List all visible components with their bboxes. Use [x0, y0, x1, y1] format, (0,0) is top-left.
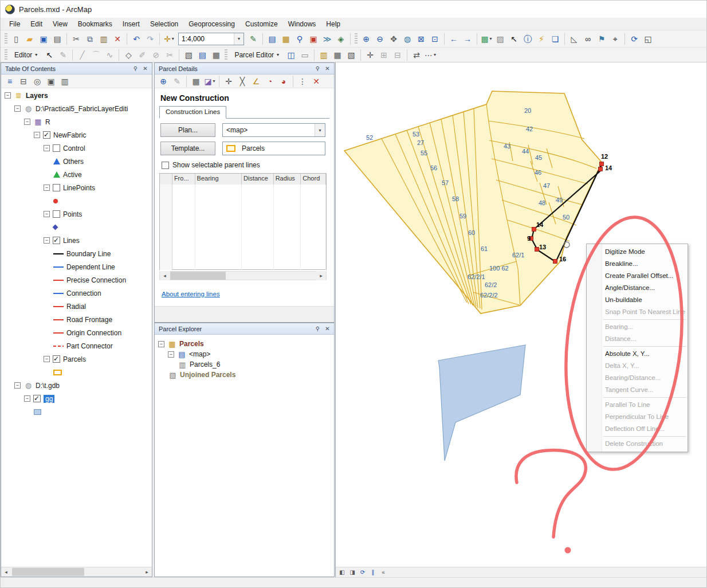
- layer-label[interactable]: Dependent Line: [66, 263, 115, 271]
- endpoint-arc-icon[interactable]: ⌒: [89, 49, 102, 61]
- layer-symbol-swatch[interactable]: [34, 409, 41, 415]
- visibility-checkbox[interactable]: [53, 355, 60, 363]
- zoom-in-icon[interactable]: ⊕: [360, 33, 372, 45]
- join-parcel-icon[interactable]: ⊞: [378, 49, 390, 61]
- context-item-create-parallel-offset[interactable]: Create Parallel Offset...: [587, 270, 688, 282]
- menu-edit[interactable]: Edit: [25, 19, 48, 29]
- hyperlink-icon[interactable]: ⚡: [535, 33, 548, 45]
- chevron-down-icon[interactable]: ▾: [234, 33, 243, 45]
- layer-symbol-swatch[interactable]: [53, 319, 64, 320]
- map-area[interactable]: 2042525327435544455646574748495850596061…: [335, 62, 707, 577]
- layer-item-d-practical5-fabriclayerediti[interactable]: −◍D:\Practical5_FabricLayerEditi: [1, 102, 152, 115]
- layer-item-precise-connection[interactable]: Precise Connection: [1, 273, 152, 287]
- pan-icon[interactable]: ✥: [387, 33, 400, 45]
- context-item-breakline[interactable]: Breakline...: [587, 258, 688, 270]
- context-item-un-buildable[interactable]: Un-buildable: [587, 294, 688, 306]
- line-ids-icon[interactable]: ⋮: [296, 75, 309, 88]
- layer-label[interactable]: Lines: [63, 237, 80, 245]
- straight-segment-icon[interactable]: ╱: [76, 49, 88, 61]
- plan-button[interactable]: Plan...: [160, 123, 215, 137]
- cancel-construction-icon[interactable]: ✕: [310, 75, 323, 88]
- select-features-icon[interactable]: ▩▾: [480, 33, 493, 45]
- identify-icon[interactable]: ⓘ: [521, 33, 534, 45]
- visibility-checkbox[interactable]: [53, 144, 60, 152]
- show-selectable-parent-lines-checkbox[interactable]: [162, 162, 169, 169]
- list-by-source-icon[interactable]: ⊟: [17, 75, 30, 88]
- layer-item-connection[interactable]: Connection: [1, 287, 152, 300]
- layer-symbol-swatch[interactable]: [53, 346, 64, 347]
- edit-vertices-icon[interactable]: ◇: [122, 49, 135, 61]
- visibility-checkbox[interactable]: [33, 395, 41, 402]
- cut-icon[interactable]: ✂: [70, 33, 83, 45]
- split-icon[interactable]: ✂: [163, 49, 176, 61]
- add-data-icon[interactable]: ✛▾: [163, 33, 175, 45]
- menu-insert[interactable]: Insert: [117, 19, 145, 29]
- angle-tool-icon[interactable]: ∠: [250, 75, 262, 88]
- modelbuilder-icon[interactable]: ◈: [335, 33, 347, 45]
- toc-horizontal-scrollbar[interactable]: ◂ ▸: [1, 567, 152, 577]
- cut-polygons-icon[interactable]: ⊘: [150, 49, 162, 61]
- edit-annotation-icon[interactable]: ✎: [57, 49, 69, 61]
- parcel-select-icon[interactable]: ◫: [285, 49, 297, 61]
- print-icon[interactable]: ▤: [51, 33, 64, 45]
- menu-windows[interactable]: Windows: [283, 19, 321, 29]
- curve-left-icon[interactable]: ◔: [264, 75, 276, 88]
- pin-icon[interactable]: ⚲: [313, 324, 322, 333]
- add-line-icon[interactable]: ✛: [222, 75, 235, 88]
- visibility-checkbox[interactable]: [43, 131, 50, 139]
- html-popup-icon[interactable]: ❏: [549, 33, 561, 45]
- grid-column-radius[interactable]: Radius: [274, 174, 301, 185]
- list-by-visibility-icon[interactable]: ◎: [31, 75, 44, 88]
- save-icon[interactable]: ▣: [37, 33, 50, 45]
- search-window-icon[interactable]: ⚲: [293, 33, 306, 45]
- layer-item-r[interactable]: −▦R: [1, 115, 152, 128]
- editor-menu-button[interactable]: Editor▾: [10, 49, 41, 61]
- align-parcels-icon[interactable]: ⇄: [410, 49, 423, 61]
- symbol-options-icon[interactable]: ◪▾: [203, 75, 216, 88]
- layer-symbol-swatch[interactable]: [53, 293, 64, 294]
- close-icon[interactable]: ✕: [141, 64, 150, 73]
- clear-selected-features-icon[interactable]: ▨: [494, 33, 506, 45]
- layer-item-active[interactable]: Active: [1, 168, 152, 181]
- collapse-icon[interactable]: −: [34, 132, 40, 138]
- menu-selection[interactable]: Selection: [145, 19, 183, 29]
- construction-grid-icon[interactable]: ▦: [190, 75, 202, 88]
- open-icon[interactable]: ▰: [23, 33, 36, 45]
- viewer-window-icon[interactable]: ◱: [642, 33, 654, 45]
- measure-icon[interactable]: ◺: [568, 33, 580, 45]
- reshape-feature-icon[interactable]: ✐: [136, 49, 148, 61]
- go-to-xy-icon[interactable]: ⌖: [609, 33, 622, 45]
- layout-view-icon[interactable]: ◨: [348, 568, 357, 577]
- collapse-icon[interactable]: −: [44, 185, 50, 191]
- scroll-left-icon[interactable]: «: [379, 568, 388, 577]
- template-box[interactable]: Parcels: [222, 142, 325, 155]
- layer-item-points[interactable]: −Points: [1, 207, 152, 221]
- layer-item-layers[interactable]: −≣Layers: [1, 89, 152, 102]
- explorer-label[interactable]: Parcels: [179, 340, 204, 348]
- pause-drawing-icon[interactable]: ∥: [368, 568, 378, 577]
- close-icon[interactable]: ✕: [323, 324, 332, 333]
- editor-toolbar-icon[interactable]: ✎: [247, 33, 260, 45]
- layer-label[interactable]: Parcels: [63, 355, 86, 363]
- layer-label[interactable]: R: [45, 118, 50, 126]
- list-by-drawing-order-icon[interactable]: ≡: [3, 75, 16, 88]
- full-extent-icon[interactable]: ◍: [401, 33, 414, 45]
- layer-item-symbol[interactable]: [1, 366, 152, 379]
- layer-symbol-swatch[interactable]: [53, 171, 60, 178]
- layer-label[interactable]: D:\Practical5_FabricLayerEditi: [36, 105, 128, 113]
- layer-symbol-swatch[interactable]: [53, 370, 62, 375]
- layer-item-symbol[interactable]: [1, 194, 152, 207]
- parcel-editor-menu-button[interactable]: Parcel Editor▾: [230, 49, 283, 61]
- layer-symbol-swatch[interactable]: [53, 253, 64, 254]
- visibility-checkbox[interactable]: [53, 210, 60, 218]
- grid-column-fro[interactable]: Fro...: [172, 174, 195, 185]
- delete-icon[interactable]: ✕: [111, 33, 124, 45]
- layer-item-radial[interactable]: Radial: [1, 300, 152, 313]
- toc-options-icon[interactable]: ▥: [58, 75, 71, 88]
- layer-item-others[interactable]: Others: [1, 155, 152, 168]
- layer-label[interactable]: Origin Connection: [66, 329, 121, 337]
- layer-item-dependent-line[interactable]: Dependent Line: [1, 260, 152, 273]
- layer-label[interactable]: Precise Connection: [66, 276, 126, 284]
- layer-symbol-swatch[interactable]: [53, 332, 64, 334]
- grid-column-row-selector[interactable]: [160, 174, 172, 185]
